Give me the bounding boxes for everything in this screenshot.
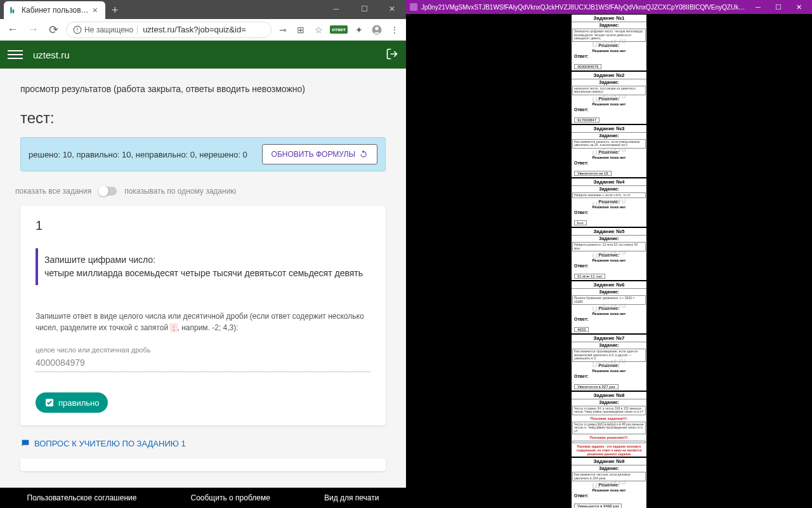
viewer-titlebar: Jp0ny21VMgSMvxSTJB1WSfFAIyQdVknxQJckHVZJ… (406, 0, 812, 14)
status-text: просмотр результатов (работа закрыта, от… (0, 69, 406, 102)
viewer-app-icon (410, 3, 417, 11)
toggle-left-label: показать все задания (15, 187, 91, 196)
app-title: uztest.ru (33, 50, 386, 60)
task-block: Задание №5Задание:Найдите разность -12 м… (571, 227, 647, 281)
viewer-maximize[interactable]: ☐ (769, 1, 788, 13)
minimize-button[interactable]: ─ (322, 0, 350, 18)
svg-point-6 (375, 27, 378, 30)
menu-icon[interactable]: ⋮ (388, 23, 401, 36)
url-text: uztest.ru/Task?job=quiz&id= (143, 25, 246, 34)
content-area: просмотр результатов (работа закрыта, от… (0, 69, 406, 508)
close-button[interactable]: ✕ (378, 0, 406, 18)
browser-tab[interactable]: Кабинет пользователя на uztes × (4, 1, 105, 19)
key-icon[interactable]: ⊸ (277, 23, 289, 36)
task-block: Задание №1Задание:Запишите цифрами число… (571, 14, 647, 71)
task-block: Задание №9Задание:Как изменится частное,… (571, 457, 647, 508)
answer-label: целое число или десятичная дробь (36, 346, 370, 354)
security-label: Не защищено (84, 25, 133, 34)
footer-report-link[interactable]: Сообщить о проблеме (190, 493, 270, 502)
chat-icon (20, 438, 30, 448)
question-line1: Запишите цифрами число: (44, 253, 370, 267)
tab-favicon (9, 6, 18, 15)
refresh-formulas-button[interactable]: ОБНОВИТЬ ФОРМУЛЫ (262, 144, 377, 164)
security-warning: Не защищено (73, 25, 133, 34)
check-icon (44, 398, 55, 408)
footer-terms-link[interactable]: Пользовательское соглашение (27, 493, 137, 502)
viewer-content[interactable]: Задание №1Задание:Запишите цифрами число… (406, 14, 812, 508)
address-bar: ← → ⟳ Не защищено uztest.ru/Task?job=qui… (0, 19, 406, 41)
back-button[interactable]: ← (5, 22, 20, 37)
ask-teacher-link[interactable]: ВОПРОС К УЧИТЕЛЮ ПО ЗАДАНИЮ 1 (20, 438, 386, 448)
correct-badge: правильно (36, 392, 108, 413)
viewer-close[interactable]: ✕ (789, 1, 808, 13)
next-card-peek (20, 458, 386, 471)
task-block: Задание №7Задание:Как изменится произвед… (571, 334, 647, 391)
extensions-icon[interactable]: ✦ (353, 23, 365, 36)
chrome-browser-window: Кабинет пользователя на uztes × + ─ ☐ ✕ … (0, 0, 406, 508)
translate-icon[interactable]: ⊞ (294, 23, 307, 36)
svg-point-4 (77, 31, 77, 32)
badge-label: правильно (58, 398, 99, 408)
image-viewer-window: Jp0ny21VMgSMvxSTJB1WSfFAIyQdVknxQJckHVZJ… (406, 0, 812, 508)
toggle-right-label: показывать по одному заданию (124, 187, 236, 196)
question-line2: четыре миллиарда восемьдесят четыре тыся… (44, 267, 370, 280)
score-text: решено: 10, правильно: 10, неправильно: … (29, 150, 247, 159)
answer-extension-icon[interactable]: ответ (330, 25, 348, 34)
answer-input[interactable] (36, 354, 370, 372)
task-block: Задание №4Задание:Найдите значение x: ес… (571, 178, 647, 228)
hint-example: ; (170, 323, 177, 332)
view-toggle-row: показать все задания показывать по одном… (0, 182, 406, 206)
app-header: uztest.ru (0, 41, 406, 69)
forward-button[interactable]: → (25, 22, 41, 37)
view-toggle[interactable] (99, 187, 117, 196)
tasks-image: Задание №1Задание:Запишите цифрами число… (571, 14, 647, 508)
profile-icon[interactable] (370, 23, 383, 36)
footer-print-link[interactable]: Вид для печати (324, 493, 379, 502)
svg-rect-1 (13, 10, 14, 13)
viewer-window-controls: ─ ☐ ✕ (749, 1, 808, 13)
viewer-minimize[interactable]: ─ (749, 1, 768, 13)
refresh-icon (359, 150, 368, 159)
task-block: Задание №3Задание:Как изменится разность… (571, 124, 647, 178)
logout-icon[interactable] (386, 48, 398, 62)
answer-hint: Запишите ответ в виде целого числа или д… (36, 311, 370, 333)
task-block: Задание №2Задание:напишите число, состоя… (571, 71, 647, 124)
hamburger-icon[interactable] (8, 47, 23, 62)
task-block: Задание №8Задание:Число m равно 34, а чи… (571, 391, 647, 458)
window-controls: ─ ☐ ✕ (322, 0, 406, 18)
url-field[interactable]: Не защищено uztest.ru/Task?job=quiz&id= (66, 22, 272, 38)
tab-title: Кабинет пользователя на uztes (22, 6, 90, 15)
new-tab-button[interactable]: + (105, 1, 125, 19)
footer: Пользовательское соглашение Сообщить о п… (0, 488, 406, 508)
ask-teacher-label: ВОПРОС К УЧИТЕЛЮ ПО ЗАДАНИЮ 1 (34, 439, 186, 448)
question-body: Запишите цифрами число: четыре миллиарда… (36, 248, 370, 285)
maximize-button[interactable]: ☐ (350, 0, 378, 18)
task-block: Задание №6Задание:Решите буквенное уравн… (571, 281, 647, 334)
svg-rect-0 (10, 7, 11, 13)
tab-bar: Кабинет пользователя на uztes × + ─ ☐ ✕ (0, 0, 406, 19)
score-bar: решено: 10, правильно: 10, неправильно: … (20, 137, 386, 171)
refresh-label: ОБНОВИТЬ ФОРМУЛЫ (272, 150, 355, 159)
question-number: 1 (36, 218, 370, 233)
question-card: 1 Запишите цифрами число: четыре миллиар… (20, 206, 386, 425)
toolbar-icons: ⊸ ⊞ ☆ ответ ✦ ⋮ (277, 23, 401, 36)
bookmark-icon[interactable]: ☆ (312, 23, 325, 36)
tab-close-icon[interactable]: × (90, 5, 100, 15)
viewer-title: Jp0ny21VMgSMvxSTJB1WSfFAIyQdVknxQJckHVZJ… (421, 4, 749, 11)
reload-button[interactable]: ⟳ (46, 22, 61, 37)
test-title: тест: (0, 102, 406, 132)
